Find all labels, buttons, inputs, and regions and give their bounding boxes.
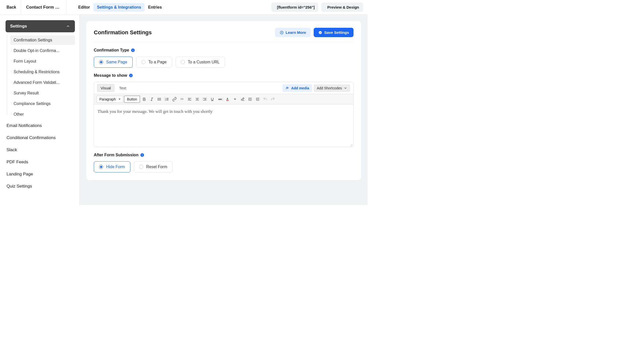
editor-toolbar: Paragraph Button 123 ABC	[94, 94, 353, 105]
after-submission-reset-form[interactable]: Reset Form	[134, 161, 173, 172]
check-circle-icon	[318, 31, 322, 35]
tab-entries[interactable]: Entries	[145, 3, 165, 12]
radio-label: Hide Form	[106, 165, 125, 169]
sidebar-item-conditional-confirmations[interactable]: Conditional Confirmations	[6, 132, 75, 143]
radio-icon	[99, 60, 103, 64]
editor-tab-text[interactable]: Text	[116, 84, 130, 92]
radio-label: To a Custom URL	[188, 60, 220, 64]
preview-design-button[interactable]: Preview & Design	[321, 3, 363, 12]
tab-editor[interactable]: Editor	[75, 3, 93, 12]
radio-icon	[181, 60, 185, 64]
strikethrough-icon[interactable]: ABC	[217, 96, 223, 103]
editor-tab-visual[interactable]: Visual	[97, 84, 114, 92]
sidebar-item-pdf-feeds[interactable]: PDF Feeds	[6, 157, 75, 168]
radio-icon	[139, 165, 143, 169]
sub-item-double-opt-in[interactable]: Double Opt-in Confirma...	[10, 46, 75, 56]
learn-more-button[interactable]: Learn More	[275, 28, 311, 37]
svg-point-8	[158, 99, 158, 99]
resize-handle-icon[interactable]	[349, 143, 353, 146]
confirmation-type-same-page[interactable]: Same Page	[94, 57, 133, 68]
add-media-label: Add media	[291, 86, 309, 90]
radio-icon	[99, 165, 103, 169]
sidebar-section-settings[interactable]: Settings	[6, 20, 75, 32]
info-icon[interactable]: i	[140, 153, 144, 157]
sidebar-item-quiz-settings[interactable]: Quiz Settings	[6, 181, 75, 192]
clear-formatting-icon[interactable]	[239, 96, 246, 103]
radio-label: To a Page	[149, 60, 167, 64]
format-select[interactable]: Paragraph	[97, 96, 123, 103]
back-button[interactable]: Back	[0, 0, 21, 15]
italic-icon[interactable]	[149, 96, 155, 103]
svg-rect-31	[226, 100, 228, 101]
save-label: Save Settings	[324, 30, 349, 35]
confirmation-type-to-page[interactable]: To a Page	[136, 57, 172, 68]
sub-item-scheduling[interactable]: Scheduling & Restrictions	[10, 67, 75, 77]
svg-text:3: 3	[165, 100, 166, 101]
form-title: Contact Form De...	[21, 5, 66, 10]
sidebar-section-label: Settings	[10, 24, 27, 29]
svg-point-3	[319, 31, 322, 34]
sidebar: Settings Confirmation Settings Double Op…	[0, 15, 80, 205]
numbered-list-icon[interactable]: 123	[164, 96, 170, 103]
confirmation-type-label: Confirmation Type	[94, 48, 129, 53]
radio-label: Reset Form	[146, 165, 167, 169]
add-shortcodes-label: Add Shortcodes	[317, 86, 342, 90]
page-title: Confirmation Settings	[94, 29, 152, 36]
svg-point-7	[158, 98, 158, 99]
preview-label: Preview & Design	[327, 5, 359, 9]
chevron-down-icon	[344, 86, 347, 90]
sub-item-survey-result[interactable]: Survey Result	[10, 88, 75, 98]
align-right-icon[interactable]	[201, 96, 208, 103]
indent-icon[interactable]	[254, 96, 261, 103]
redo-icon[interactable]	[270, 96, 276, 103]
after-submission-hide-form[interactable]: Hide Form	[94, 161, 130, 172]
sidebar-item-slack[interactable]: Slack	[6, 144, 75, 156]
info-icon[interactable]: i	[131, 48, 135, 52]
align-left-icon[interactable]	[186, 96, 193, 103]
sub-item-other[interactable]: Other	[10, 110, 75, 119]
tab-settings-integrations[interactable]: Settings & Integrations	[93, 3, 144, 12]
save-settings-button[interactable]: Save Settings	[314, 28, 354, 37]
sub-item-advanced-validation[interactable]: Advanced Form Validati...	[10, 78, 75, 87]
radio-label: Same Page	[106, 60, 127, 64]
insert-button-button[interactable]: Button	[124, 96, 140, 103]
text-color-icon[interactable]	[224, 96, 231, 103]
sub-item-confirmation-settings[interactable]: Confirmation Settings	[10, 35, 75, 45]
sub-item-compliance[interactable]: Compliance Settings	[10, 99, 75, 109]
play-circle-icon	[280, 31, 284, 35]
chevron-up-icon	[66, 24, 70, 29]
bulleted-list-icon[interactable]	[156, 96, 163, 103]
outdent-icon[interactable]	[247, 96, 253, 103]
back-label: Back	[7, 5, 16, 10]
add-shortcodes-button[interactable]: Add Shortcodes	[314, 84, 350, 92]
add-media-button[interactable]: Add media	[282, 84, 312, 92]
sub-item-form-layout[interactable]: Form Layout	[10, 57, 75, 66]
after-submission-label: After Form Submission	[94, 153, 138, 157]
undo-icon[interactable]	[262, 96, 269, 103]
message-label: Message to show	[94, 73, 127, 78]
message-editor-body[interactable]: Thank you for your message. We will get …	[94, 105, 353, 147]
shortcode-text: [fluentform id="256"]	[277, 5, 315, 9]
media-icon	[285, 86, 289, 90]
radio-icon	[141, 60, 145, 64]
underline-icon[interactable]	[209, 96, 216, 103]
blockquote-icon[interactable]	[179, 96, 185, 103]
text-color-dropdown-icon[interactable]	[232, 96, 238, 103]
sidebar-item-email-notifications[interactable]: Email Notifications	[6, 120, 75, 131]
align-center-icon[interactable]	[194, 96, 200, 103]
learn-more-label: Learn More	[286, 30, 306, 35]
svg-line-6	[151, 98, 152, 101]
svg-point-9	[158, 100, 158, 100]
bold-icon[interactable]	[141, 96, 148, 103]
info-icon[interactable]: i	[129, 74, 133, 77]
confirmation-type-custom-url[interactable]: To a Custom URL	[175, 57, 225, 68]
sidebar-item-landing-page[interactable]: Landing Page	[6, 169, 75, 180]
shortcode-button[interactable]: [fluentform id="256"]	[271, 3, 318, 12]
link-icon[interactable]	[171, 96, 178, 103]
